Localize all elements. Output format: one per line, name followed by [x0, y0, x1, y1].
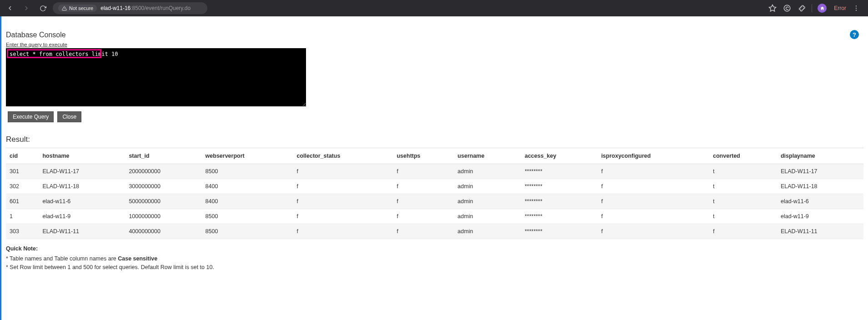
- query-input[interactable]: [6, 48, 306, 106]
- reload-button[interactable]: [36, 2, 49, 15]
- table-cell: 302: [6, 179, 39, 194]
- table-cell: f: [597, 194, 709, 209]
- col-hostname: hostname: [39, 148, 125, 164]
- svg-point-3: [784, 5, 791, 11]
- query-label: Enter the query to execute: [6, 42, 868, 47]
- table-cell: ********: [521, 209, 597, 224]
- profile-avatar[interactable]: [818, 4, 827, 13]
- col-username: username: [454, 148, 521, 164]
- address-bar[interactable]: Not secure elad-w11-16:8500/event/runQue…: [53, 2, 207, 14]
- table-cell: 1: [6, 209, 39, 224]
- help-icon[interactable]: ?: [850, 30, 859, 39]
- query-box-container: [6, 48, 306, 108]
- button-row: Execute Query Close: [8, 111, 868, 122]
- error-label[interactable]: Error: [832, 5, 846, 11]
- table-cell: ELAD-W11-17: [777, 164, 863, 179]
- extensions-icon[interactable]: [797, 4, 806, 13]
- table-cell: 8500: [202, 164, 293, 179]
- table-cell: f: [393, 209, 454, 224]
- svg-point-4: [856, 5, 857, 6]
- table-cell: elad-w11-9: [777, 209, 863, 224]
- note-line-2: * Set Row limit between 1 and 500 for se…: [6, 263, 868, 272]
- table-cell: f: [293, 209, 393, 224]
- table-cell: 2000000000: [125, 164, 201, 179]
- warning-icon: [62, 6, 67, 11]
- col-isproxyconfigured: isproxyconfigured: [597, 148, 709, 164]
- table-cell: 8500: [202, 209, 293, 224]
- table-cell: f: [597, 164, 709, 179]
- table-cell: f: [293, 179, 393, 194]
- table-cell: t: [709, 194, 777, 209]
- col-usehttps: usehttps: [393, 148, 454, 164]
- kebab-menu-icon[interactable]: [852, 4, 861, 13]
- close-button[interactable]: Close: [57, 111, 81, 122]
- grammarly-icon[interactable]: [783, 4, 792, 13]
- table-cell: 8400: [202, 179, 293, 194]
- table-cell: f: [393, 164, 454, 179]
- table-cell: ********: [521, 194, 597, 209]
- result-table: cidhostnamestart_idwebserverportcollecto…: [6, 148, 863, 239]
- page-body: ? Database Console Enter the query to ex…: [0, 16, 868, 320]
- table-cell: 301: [6, 164, 39, 179]
- table-cell: admin: [454, 179, 521, 194]
- table-cell: ********: [521, 164, 597, 179]
- table-cell: ELAD-W11-18: [39, 179, 125, 194]
- not-secure-label: Not secure: [69, 5, 93, 11]
- svg-marker-2: [769, 5, 776, 11]
- forward-button[interactable]: [20, 2, 33, 15]
- table-cell: 303: [6, 224, 39, 239]
- table-cell: f: [597, 224, 709, 239]
- table-cell: ELAD-W11-11: [777, 224, 863, 239]
- svg-point-5: [856, 8, 857, 9]
- col-displayname: displayname: [777, 148, 863, 164]
- svg-point-6: [856, 10, 857, 11]
- table-cell: t: [709, 164, 777, 179]
- table-cell: admin: [454, 164, 521, 179]
- table-cell: f: [293, 224, 393, 239]
- table-cell: ********: [521, 179, 597, 194]
- table-body: 301ELAD-W11-1720000000008500ffadmin*****…: [6, 164, 863, 239]
- table-row: 301ELAD-W11-1720000000008500ffadmin*****…: [6, 164, 863, 179]
- table-cell: t: [709, 179, 777, 194]
- table-cell: admin: [454, 209, 521, 224]
- table-cell: 1000000000: [125, 209, 201, 224]
- execute-query-button[interactable]: Execute Query: [8, 111, 54, 122]
- table-row: 601elad-w11-650000000008400ffadmin******…: [6, 194, 863, 209]
- table-cell: 4000000000: [125, 224, 201, 239]
- table-cell: ELAD-W11-11: [39, 224, 125, 239]
- table-cell: f: [293, 194, 393, 209]
- table-header-row: cidhostnamestart_idwebserverportcollecto…: [6, 148, 863, 164]
- table-cell: f: [393, 224, 454, 239]
- quick-note-heading: Quick Note:: [6, 245, 868, 252]
- back-button[interactable]: [4, 2, 16, 15]
- table-cell: elad-w11-9: [39, 209, 125, 224]
- table-cell: ELAD-W11-18: [777, 179, 863, 194]
- table-cell: elad-w11-6: [777, 194, 863, 209]
- table-row: 302ELAD-W11-1830000000008400ffadmin*****…: [6, 179, 863, 194]
- col-webserverport: webserverport: [202, 148, 293, 164]
- table-cell: f: [709, 224, 777, 239]
- table-cell: admin: [454, 224, 521, 239]
- table-row: 303ELAD-W11-1140000000008500ffadmin*****…: [6, 224, 863, 239]
- not-secure-badge[interactable]: Not secure: [58, 5, 97, 12]
- table-row: 1elad-w11-910000000008500ffadmin********…: [6, 209, 863, 224]
- table-cell: 8500: [202, 224, 293, 239]
- table-cell: 3000000000: [125, 179, 201, 194]
- result-heading: Result:: [6, 135, 868, 144]
- home-icon: [820, 6, 825, 11]
- table-cell: f: [597, 209, 709, 224]
- col-start_id: start_id: [125, 148, 201, 164]
- note-line-1: * Table names and Table column names are…: [6, 255, 868, 263]
- col-converted: converted: [709, 148, 777, 164]
- table-cell: f: [393, 194, 454, 209]
- table-cell: ********: [521, 224, 597, 239]
- table-cell: elad-w11-6: [39, 194, 125, 209]
- browser-toolbar: Not secure elad-w11-16:8500/event/runQue…: [0, 0, 868, 16]
- table-cell: f: [393, 179, 454, 194]
- table-cell: t: [709, 209, 777, 224]
- table-cell: ELAD-W11-17: [39, 164, 125, 179]
- page-title: Database Console: [6, 31, 868, 39]
- table-cell: f: [293, 164, 393, 179]
- col-access_key: access_key: [521, 148, 597, 164]
- bookmark-star-icon[interactable]: [768, 4, 777, 13]
